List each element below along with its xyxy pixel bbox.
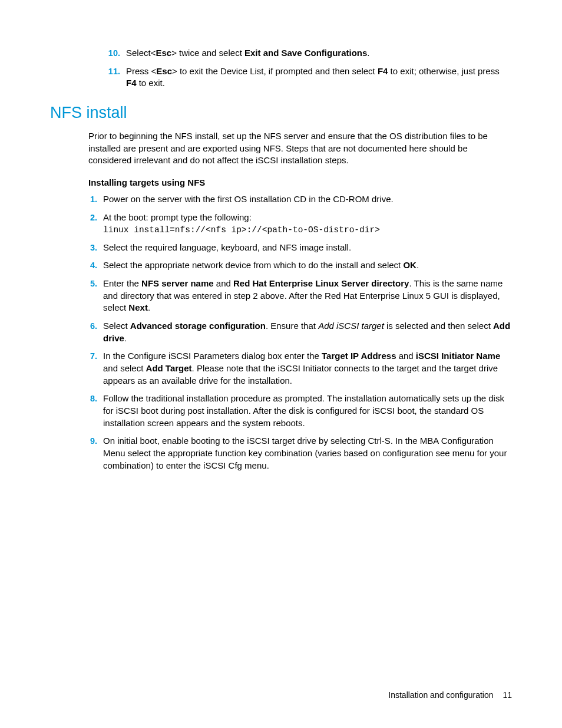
item-text: At the boot: prompt type the following: … (103, 212, 512, 236)
item-text: Select Advanced storage configuration. E… (103, 320, 512, 344)
list-item-2: 2. At the boot: prompt type the followin… (88, 212, 512, 236)
item-text: Select the required language, keyboard, … (103, 242, 512, 254)
list-item-5: 5. Enter the NFS server name and Red Hat… (88, 278, 512, 314)
item-text: Select the appropriate network device fr… (103, 259, 512, 272)
item-number: 4. (88, 259, 103, 272)
intro-paragraph: Prior to beginning the NFS install, set … (88, 130, 512, 167)
list-item-6: 6. Select Advanced storage configuration… (88, 320, 512, 344)
item-text: Power on the server with the first OS in… (103, 193, 512, 206)
item-text: Enter the NFS server name and Red Hat En… (103, 278, 512, 314)
item-number: 3. (88, 242, 103, 254)
page-footer: Installation and configuration 11 (388, 690, 512, 700)
list-item-7: 7. In the Configure iSCSI Parameters dia… (88, 350, 512, 387)
item-text: Press <Esc> to exit the Device List, if … (126, 65, 512, 90)
list-item-10: 10. Select<Esc> twice and select Exit an… (106, 47, 512, 60)
sub-heading: Installing targets using NFS (88, 177, 512, 187)
continued-list: 10. Select<Esc> twice and select Exit an… (106, 47, 512, 90)
item-text: Follow the traditional installation proc… (103, 393, 512, 429)
item-number: 11. (106, 65, 126, 90)
list-item-3: 3. Select the required language, keyboar… (88, 242, 512, 254)
item-number: 5. (88, 278, 103, 314)
numbered-list: 1. Power on the server with the first OS… (88, 193, 512, 472)
page-number: 11 (503, 690, 512, 700)
list-item-1: 1. Power on the server with the first OS… (88, 193, 512, 206)
item-text: In the Configure iSCSI Parameters dialog… (103, 350, 512, 387)
item-text: On initial boot, enable booting to the i… (103, 435, 512, 472)
list-item-8: 8. Follow the traditional installation p… (88, 393, 512, 429)
code-line: linux install=nfs://<nfs ip>://<path-to-… (103, 224, 512, 236)
page-content: 10. Select<Esc> twice and select Exit an… (50, 47, 512, 472)
item-number: 8. (88, 393, 103, 429)
item-number: 2. (88, 212, 103, 236)
footer-section: Installation and configuration (388, 690, 493, 700)
item-number: 10. (106, 47, 126, 60)
item-number: 9. (88, 435, 103, 472)
item-number: 1. (88, 193, 103, 206)
list-item-9: 9. On initial boot, enable booting to th… (88, 435, 512, 472)
item-text: Select<Esc> twice and select Exit and Sa… (126, 47, 512, 60)
item-number: 6. (88, 320, 103, 344)
list-item-11: 11. Press <Esc> to exit the Device List,… (106, 65, 512, 90)
list-item-4: 4. Select the appropriate network device… (88, 259, 512, 272)
item-number: 7. (88, 350, 103, 387)
section-heading: NFS install (50, 104, 512, 122)
